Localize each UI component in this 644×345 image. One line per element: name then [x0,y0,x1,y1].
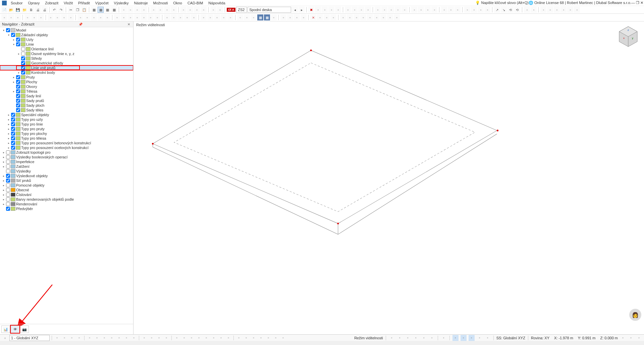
tb2-39[interactable]: ▫ [280,14,286,20]
next-icon[interactable]: ▸ [299,7,305,13]
sb-1[interactable]: ▫ [54,335,60,341]
sb-30[interactable]: ▫ [280,335,286,341]
prev-icon[interactable]: ◂ [292,7,298,13]
window-layout-3-icon[interactable]: ▦ [104,7,110,13]
sb-end1[interactable]: ▫ [620,335,626,341]
expander-icon[interactable]: ▸ [2,160,5,163]
paste-icon[interactable]: 📋 [81,7,87,13]
sb-r2[interactable]: ▫ [397,335,403,341]
tb2-33[interactable]: ▫ [237,14,243,20]
sb-26[interactable]: ▫ [251,335,257,341]
tb2-48[interactable]: ▫ [347,14,353,20]
folder-icon[interactable]: 📁 [21,7,28,13]
tree-item[interactable]: Výsledky [0,169,133,174]
sb-20[interactable]: ▫ [203,335,209,341]
sb-r8[interactable]: ▫ [452,335,459,341]
tree-item[interactable]: ▾Linie [0,42,133,47]
tb2-12[interactable]: ▫ [84,14,90,20]
sb-r9[interactable]: ▫ [461,335,467,341]
tb-generic-10[interactable]: ▫ [187,7,193,13]
tb-generic-6[interactable]: ▫ [157,7,163,13]
expander-icon[interactable]: ▸ [7,118,10,121]
tb2-8[interactable]: ▫ [54,14,60,20]
tree-item[interactable]: ▸Kontrolní body [0,70,133,75]
sb-5[interactable]: ▫ [87,335,93,341]
tb2-17[interactable]: ▫ [121,14,127,20]
tree-checkbox[interactable] [16,103,20,107]
tb-generic-28[interactable]: ▫ [401,7,408,13]
tb-generic-48[interactable]: ▫ [554,7,560,13]
tree-checkbox[interactable] [21,61,25,65]
tree-item[interactable]: ▸Speciální objekty [0,112,133,117]
tree-item[interactable]: ▸Obecné [0,188,133,192]
tb-generic-34[interactable]: ▫ [448,7,454,13]
tree-checkbox[interactable] [16,99,20,103]
tb2-22[interactable]: ▫ [154,14,160,20]
tree-checkbox[interactable] [16,108,20,112]
nav-tab-display[interactable]: 👁 [11,326,19,333]
tree-item[interactable]: Sady linií [0,94,133,98]
tree-item[interactable]: ▸Renderování [0,202,133,206]
sb-11[interactable]: ▫ [131,335,137,341]
tb2-45[interactable]: ▫ [324,14,330,20]
tb2-14[interactable]: ▫ [98,14,104,20]
tb2-32[interactable]: ▫ [227,14,233,20]
sb-r3[interactable]: ▫ [405,335,411,341]
sb-7[interactable]: ▫ [101,335,107,341]
tb-generic-12[interactable]: ▫ [201,7,207,13]
tree-checkbox[interactable] [6,197,10,201]
sb-r1[interactable]: ▫ [389,335,395,341]
tb2-3[interactable]: ▫ [15,14,21,20]
tree-checkbox[interactable] [6,169,10,173]
expander-icon[interactable]: ▸ [2,156,5,159]
tree-checkbox[interactable] [6,174,10,178]
tb-generic-8[interactable]: ▫ [171,7,177,13]
expander-icon[interactable]: ▸ [2,198,5,201]
sb-2[interactable]: ▫ [61,335,67,341]
tree-checkbox[interactable] [6,155,10,159]
tree-item[interactable]: ▸Typy pro uzly [0,117,133,122]
tb-generic-11[interactable]: ▫ [194,7,200,13]
restore-button[interactable]: ❐ [636,1,639,5]
keyword-search[interactable]: 💡 Napište klíčové slovo (Alt+Q) [475,1,529,5]
tree-item[interactable]: ▸Typy pro posouzení ocelových konstrukcí [0,145,133,150]
tb-generic-2[interactable]: ▫ [127,7,133,13]
sb-23[interactable]: ▫ [225,335,231,341]
sb-24[interactable]: ▫ [236,335,242,341]
tree-checkbox[interactable] [6,28,10,32]
close-button[interactable]: ✕ [640,1,643,5]
tree-item[interactable]: ▸Typy pro tělesa [0,136,133,141]
tb2-30[interactable]: ▫ [214,14,220,20]
sb-17[interactable]: ▫ [181,335,187,341]
sb-14[interactable]: ▫ [156,335,162,341]
sb-13[interactable]: ▫ [149,335,155,341]
open-icon[interactable]: 📂 [8,7,14,13]
copy-icon[interactable]: ❐ [74,7,80,13]
tb-generic-47[interactable]: ▫ [547,7,553,13]
menu-cadbim[interactable]: CAD-BIM [185,1,206,5]
tree-checkbox[interactable] [16,89,20,93]
model-viewport[interactable]: Režim viditelnosti x y z 👩 [133,21,644,334]
tb2-52[interactable]: ▫ [374,14,380,20]
tb-generic-45[interactable]: ▫ [531,7,537,13]
menu-vypocet[interactable]: Výpočet [93,1,111,5]
menu-okno[interactable]: Okno [171,1,185,5]
expander-icon[interactable]: ▸ [2,179,5,182]
expander-icon[interactable]: ▸ [17,52,20,55]
tree-checkbox[interactable] [6,164,10,168]
tree-checkbox[interactable] [6,150,10,154]
expander-icon[interactable]: ▸ [7,113,10,116]
sb-r7[interactable]: ▫ [441,335,447,341]
menu-moznosti[interactable]: Možnosti [151,1,171,5]
support-avatar[interactable]: 👩 [629,309,641,321]
tb2-4[interactable]: ▫ [24,14,31,20]
coord-sys-combo[interactable]: 1 - Globální XYZ [9,335,50,341]
tb-generic-32[interactable]: ▫ [431,7,437,13]
sb-28[interactable]: ▫ [265,335,271,341]
tree-checkbox[interactable] [6,188,10,192]
tb-generic-1[interactable]: ▫ [121,7,127,13]
tree-item[interactable]: ▸Typy pro posouzení betonových konstrukc… [0,141,133,145]
tb2-26[interactable]: ▫ [184,14,190,20]
tree-checkbox[interactable] [11,113,15,117]
tb2-1[interactable]: ▫ [1,14,7,20]
